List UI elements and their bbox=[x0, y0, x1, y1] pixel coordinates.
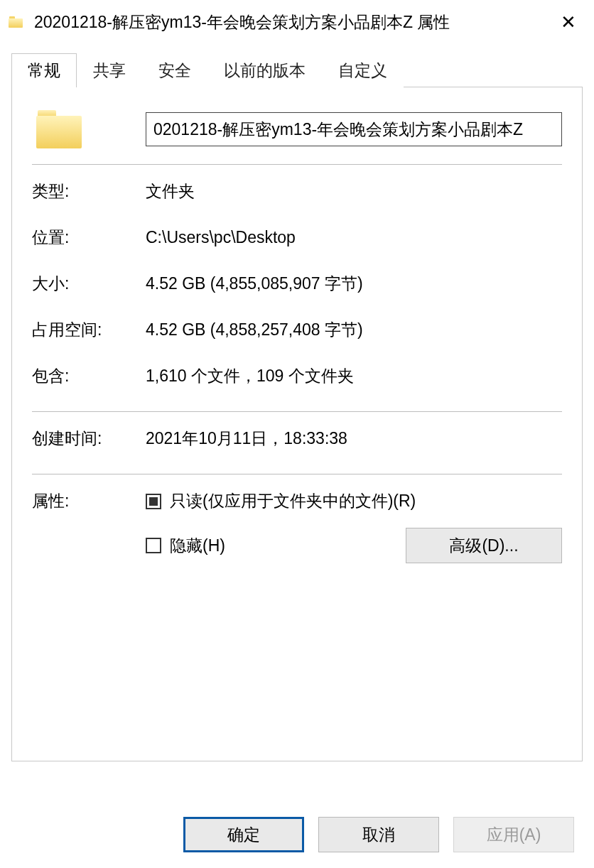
tab-previous-versions[interactable]: 以前的版本 bbox=[207, 53, 322, 87]
ok-button[interactable]: 确定 bbox=[183, 817, 304, 852]
divider bbox=[32, 411, 562, 412]
readonly-label: 只读(仅应用于文件夹中的文件)(R) bbox=[170, 490, 416, 512]
divider bbox=[32, 474, 562, 474]
tab-general[interactable]: 常规 bbox=[11, 53, 77, 87]
type-label: 类型: bbox=[32, 180, 146, 202]
size-on-disk-value: 4.52 GB (4,858,257,408 字节) bbox=[146, 319, 562, 341]
window-title: 20201218-解压密ym13-年会晚会策划方案小品剧本Z 属性 bbox=[28, 11, 554, 33]
cancel-button[interactable]: 取消 bbox=[318, 817, 439, 852]
contains-value: 1,610 个文件，109 个文件夹 bbox=[146, 365, 562, 387]
hidden-label: 隐藏(H) bbox=[170, 535, 225, 557]
dialog-footer: 确定 取消 应用(A) bbox=[183, 817, 574, 852]
tab-sharing[interactable]: 共享 bbox=[77, 53, 142, 87]
tab-security[interactable]: 安全 bbox=[142, 53, 207, 87]
type-value: 文件夹 bbox=[146, 180, 562, 202]
contains-label: 包含: bbox=[32, 365, 146, 387]
location-value: C:\Users\pc\Desktop bbox=[146, 228, 562, 247]
close-icon[interactable]: ✕ bbox=[554, 13, 583, 31]
hidden-checkbox[interactable] bbox=[146, 538, 161, 553]
size-on-disk-label: 占用空间: bbox=[32, 319, 146, 341]
attributes-label: 属性: bbox=[32, 490, 146, 512]
size-label: 大小: bbox=[32, 273, 146, 295]
folder-name-input[interactable] bbox=[146, 112, 562, 146]
size-value: 4.52 GB (4,855,085,907 字节) bbox=[146, 273, 562, 295]
created-label: 创建时间: bbox=[32, 428, 146, 450]
folder-icon-large bbox=[32, 110, 146, 148]
divider bbox=[32, 164, 562, 165]
created-value: 2021年10月11日，18:33:38 bbox=[146, 428, 562, 450]
advanced-button[interactable]: 高级(D)... bbox=[406, 528, 562, 563]
tab-custom[interactable]: 自定义 bbox=[322, 53, 404, 87]
titlebar: 20201218-解压密ym13-年会晚会策划方案小品剧本Z 属性 ✕ bbox=[0, 0, 594, 44]
folder-icon bbox=[9, 16, 28, 28]
general-panel: 类型: 文件夹 位置: C:\Users\pc\Desktop 大小: 4.52… bbox=[11, 87, 583, 761]
readonly-checkbox[interactable] bbox=[146, 494, 161, 509]
tab-strip: 常规 共享 安全 以前的版本 自定义 bbox=[11, 53, 583, 87]
apply-button[interactable]: 应用(A) bbox=[453, 817, 574, 852]
location-label: 位置: bbox=[32, 227, 146, 249]
